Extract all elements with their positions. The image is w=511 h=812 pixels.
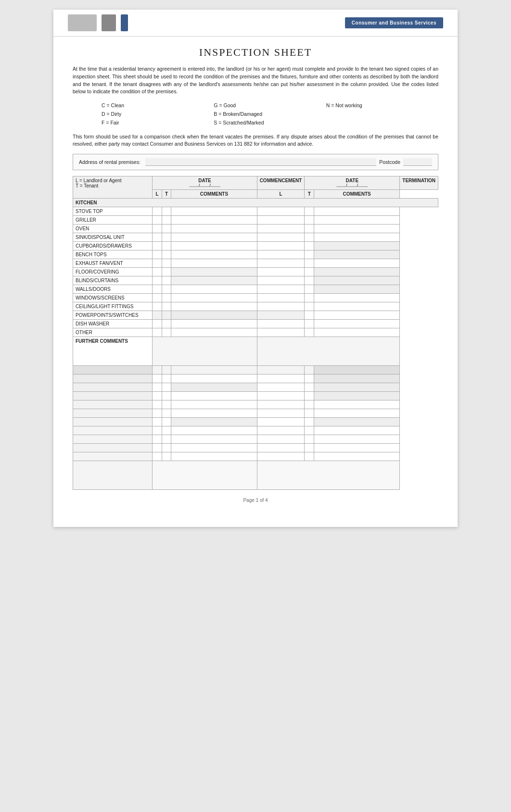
cell-bl7-4[interactable] [257, 418, 305, 426]
cell-t2-cup[interactable] [305, 242, 314, 250]
cell-bl11-3[interactable] [171, 452, 257, 461]
cell-bl3-6[interactable] [314, 383, 399, 392]
cell-bl11-6[interactable] [314, 452, 399, 461]
cell-comments-bench[interactable] [171, 250, 257, 259]
cell-t-win[interactable] [162, 294, 171, 302]
cell-bl8-2[interactable] [162, 426, 171, 435]
cell-bl4-3[interactable] [171, 392, 257, 400]
cell-bl2-5[interactable] [305, 375, 314, 383]
cell-bl-3[interactable] [171, 366, 257, 375]
cell-bl-4[interactable] [257, 366, 305, 375]
cell-l-exh[interactable] [153, 259, 162, 268]
cell-bl5-1[interactable] [153, 400, 162, 409]
cell-l-bench[interactable] [153, 250, 162, 259]
cell-comments2-blinds[interactable] [314, 276, 399, 285]
cell-comments2-oven[interactable] [314, 225, 399, 233]
cell-l-walls[interactable] [153, 285, 162, 294]
cell-bl9-4[interactable] [257, 435, 305, 444]
cell-comments-blinds[interactable] [171, 276, 257, 285]
cell-bl-1[interactable] [153, 366, 162, 375]
cell-t2-blinds[interactable] [305, 276, 314, 285]
cell-l-ceil[interactable] [153, 302, 162, 311]
cell-comments2-dw[interactable] [314, 320, 399, 328]
cell-t-griller[interactable] [162, 216, 171, 225]
cell-t-walls[interactable] [162, 285, 171, 294]
cell-comments-exh[interactable] [171, 259, 257, 268]
cell-t-other[interactable] [162, 328, 171, 337]
cell-bl10-1[interactable] [153, 444, 162, 452]
cell-bl6-2[interactable] [162, 409, 171, 418]
cell-t-ceil[interactable] [162, 302, 171, 311]
cell-l-oven[interactable] [153, 225, 162, 233]
cell-comments-cup[interactable] [171, 242, 257, 250]
cell-bl2-6[interactable] [314, 375, 399, 383]
cell-t2-walls[interactable] [305, 285, 314, 294]
cell-bl5-5[interactable] [305, 400, 314, 409]
cell-comments-other[interactable] [171, 328, 257, 337]
cell-comments2-exh[interactable] [314, 259, 399, 268]
cell-comments-oven[interactable] [171, 225, 257, 233]
cell-l2-bench[interactable] [257, 250, 305, 259]
cell-bl10-5[interactable] [305, 444, 314, 452]
cell-bl6-3[interactable] [171, 409, 257, 418]
cell-l2-sink[interactable] [257, 233, 305, 242]
cell-bl4-1[interactable] [153, 392, 162, 400]
cell-bl11-5[interactable] [305, 452, 314, 461]
cell-l2-walls[interactable] [257, 285, 305, 294]
cell-t2-ceil[interactable] [305, 302, 314, 311]
cell-bl7-2[interactable] [162, 418, 171, 426]
cell-t-cup[interactable] [162, 242, 171, 250]
cell-l-blinds[interactable] [153, 276, 162, 285]
cell-bl9-6[interactable] [314, 435, 399, 444]
cell-t2-stove[interactable] [305, 207, 314, 216]
cell-l2-win[interactable] [257, 294, 305, 302]
cell-comments2-stove[interactable] [314, 207, 399, 216]
cell-bl6-1[interactable] [153, 409, 162, 418]
cell-bl6-4[interactable] [257, 409, 305, 418]
cell-t-exh[interactable] [162, 259, 171, 268]
cell-comments-win[interactable] [171, 294, 257, 302]
cell-l-cup[interactable] [153, 242, 162, 250]
cell-comments2-win[interactable] [314, 294, 399, 302]
cell-comments2-pp[interactable] [314, 311, 399, 320]
cell-bl7-6[interactable] [314, 418, 399, 426]
cell-l2-blinds[interactable] [257, 276, 305, 285]
cell-bl10-3[interactable] [171, 444, 257, 452]
cell-comments2-griller[interactable] [314, 216, 399, 225]
cell-comments-dw[interactable] [171, 320, 257, 328]
cell-bl9-5[interactable] [305, 435, 314, 444]
cell-t2-other[interactable] [305, 328, 314, 337]
cell-l-win[interactable] [153, 294, 162, 302]
cell-comments2-bench[interactable] [314, 250, 399, 259]
cell-comments-pp[interactable] [171, 311, 257, 320]
cell-bl5-6[interactable] [314, 400, 399, 409]
cell-t-dw[interactable] [162, 320, 171, 328]
further-comments-cell-2[interactable] [257, 337, 400, 366]
cell-bl5-4[interactable] [257, 400, 305, 409]
cell-comments2-ceil[interactable] [314, 302, 399, 311]
cell-t2-sink[interactable] [305, 233, 314, 242]
cell-l2-pp[interactable] [257, 311, 305, 320]
cell-bl-2[interactable] [162, 366, 171, 375]
postcode-field[interactable] [403, 158, 432, 166]
cell-bl10-6[interactable] [314, 444, 399, 452]
cell-t2-pp[interactable] [305, 311, 314, 320]
cell-comments-floor[interactable] [171, 268, 257, 276]
cell-l2-other[interactable] [257, 328, 305, 337]
cell-bl-5[interactable] [305, 366, 314, 375]
cell-comments2-cup[interactable] [314, 242, 399, 250]
address-field[interactable] [145, 158, 376, 166]
cell-comments2-walls[interactable] [314, 285, 399, 294]
cell-l-other[interactable] [153, 328, 162, 337]
cell-bl6-5[interactable] [305, 409, 314, 418]
cell-l2-exh[interactable] [257, 259, 305, 268]
cell-l-floor[interactable] [153, 268, 162, 276]
cell-comments2-sink[interactable] [314, 233, 399, 242]
cell-comments2-floor[interactable] [314, 268, 399, 276]
cell-comments-sink[interactable] [171, 233, 257, 242]
cell-bl9-1[interactable] [153, 435, 162, 444]
cell-bl8-3[interactable] [171, 426, 257, 435]
cell-l-sink[interactable] [153, 233, 162, 242]
cell-t-blinds[interactable] [162, 276, 171, 285]
cell-bl2-3[interactable] [171, 375, 257, 383]
